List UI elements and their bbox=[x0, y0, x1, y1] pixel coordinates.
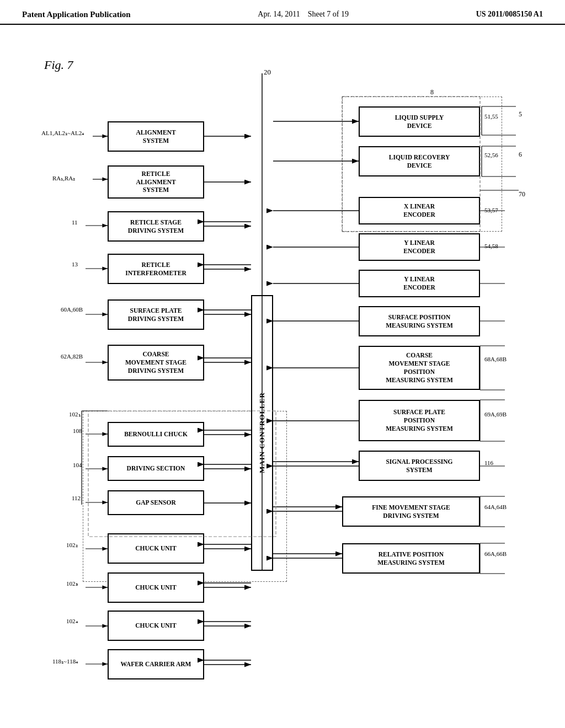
ref-70: 70 bbox=[519, 190, 525, 199]
chuck-unit-2-box: CHUCK UNIT bbox=[108, 572, 204, 603]
reticle-alignment-box: RETICLE ALIGNMENT SYSTEM bbox=[108, 165, 204, 199]
publication-date: Apr. 14, 2011 bbox=[258, 10, 300, 18]
ref-5256: 52,56 bbox=[484, 152, 498, 158]
chuck-unit-1-box: CHUCK UNIT bbox=[108, 533, 204, 564]
ref-5458: 54,58 bbox=[484, 243, 498, 249]
ref-64a64b: 64A,64B bbox=[484, 504, 507, 510]
liquid-recovery-box: LIQUID RECOVERY DEVICE bbox=[359, 146, 480, 176]
publication-date-sheet: Apr. 14, 2011 Sheet 7 of 19 bbox=[258, 10, 349, 19]
relative-position-box: RELATIVE POSITION MEASURING SYSTEM bbox=[342, 543, 480, 574]
label-al1al2: AL1,AL2₁~AL2₄ bbox=[41, 130, 84, 137]
label-1024: 102₄ bbox=[66, 618, 78, 625]
surface-plate-position-box: SURFACE PLATE POSITION MEASURING SYSTEM bbox=[359, 400, 480, 441]
y-linear-encoder2-box: Y LINEAR ENCODER bbox=[359, 270, 480, 297]
chuck-unit-3-box: CHUCK UNIT bbox=[108, 611, 204, 641]
reticle-stage-driving-box: RETICLE STAGE DRIVING SYSTEM bbox=[108, 211, 204, 242]
x-linear-encoder-box: X LINEAR ENCODER bbox=[359, 197, 480, 224]
y-linear-encoder1-box: Y LINEAR ENCODER bbox=[359, 233, 480, 261]
label-104: 104 bbox=[73, 462, 82, 468]
label-62a82b: 62A,82B bbox=[61, 353, 83, 360]
label-13: 13 bbox=[72, 261, 78, 267]
label-108: 108 bbox=[73, 427, 82, 434]
gap-sensor-box: GAP SENSOR bbox=[108, 490, 204, 515]
ref-66a66b: 66A,66B bbox=[484, 550, 507, 557]
figure-label: Fig. 7 bbox=[44, 58, 73, 72]
publication-title: Patent Application Publication bbox=[22, 10, 131, 19]
liquid-supply-box: LIQUID SUPPLY DEVICE bbox=[359, 106, 480, 137]
ref-68a68b: 68A,68B bbox=[484, 356, 507, 362]
label-1021: 102₁ bbox=[69, 411, 81, 418]
main-controller-box: MAIN CONTROLLER bbox=[251, 295, 273, 571]
surface-position-box: SURFACE POSITION MEASURING SYSTEM bbox=[359, 306, 480, 336]
bernoulli-chuck-box: BERNOULLI CHUCK bbox=[108, 422, 204, 447]
sheet-info: Sheet 7 of 19 bbox=[308, 10, 349, 18]
ref-116: 116 bbox=[484, 459, 493, 466]
label-118: 118₁~118₄ bbox=[52, 658, 78, 665]
ref-69a69b: 69A,69B bbox=[484, 411, 507, 417]
fine-movement-driving-box: FINE MOVEMENT STAGE DRIVING SYSTEM bbox=[342, 496, 480, 527]
label-60a60b: 60A,60B bbox=[61, 306, 83, 313]
alignment-system-box: ALIGNMENT SYSTEM bbox=[108, 121, 204, 152]
reticle-interferometer-box: RETICLE INTERFEROMETER bbox=[108, 254, 204, 284]
label-ra1ra2: RA₁,RA₂ bbox=[52, 175, 75, 182]
label-1023: 102₃ bbox=[66, 580, 78, 587]
driving-section-box: DRIVING SECTION bbox=[108, 456, 204, 481]
label-1022: 102₂ bbox=[66, 542, 78, 549]
coarse-movement-position-box: COARSE MOVEMENT STAGE POSITION MEASURING… bbox=[359, 346, 480, 390]
coarse-movement-driving-box: COARSE MOVEMENT STAGE DRIVING SYSTEM bbox=[108, 345, 204, 381]
signal-processing-box: SIGNAL PROCESSING SYSTEM bbox=[359, 451, 480, 481]
ref-8: 8 bbox=[430, 88, 434, 97]
ref-5357: 53,57 bbox=[484, 207, 498, 213]
surface-plate-driving-box: SURFACE PLATE DRIVING SYSTEM bbox=[108, 299, 204, 330]
ref-6: 6 bbox=[519, 151, 522, 159]
wafer-carrier-arm-box: WAFER CARRIER ARM bbox=[108, 649, 204, 679]
diagram-area: Fig. 7 20 8 5 6 70 ALIGNMENT SYSTEM RETI… bbox=[0, 25, 565, 709]
ref-5155: 51,55 bbox=[484, 113, 498, 120]
ref-5: 5 bbox=[519, 110, 522, 119]
page-header: Patent Application Publication Apr. 14, … bbox=[0, 0, 565, 25]
ref-20: 20 bbox=[264, 68, 271, 77]
label-112: 112 bbox=[72, 495, 81, 501]
label-11: 11 bbox=[72, 219, 78, 226]
publication-number: US 2011/0085150 A1 bbox=[476, 10, 543, 19]
